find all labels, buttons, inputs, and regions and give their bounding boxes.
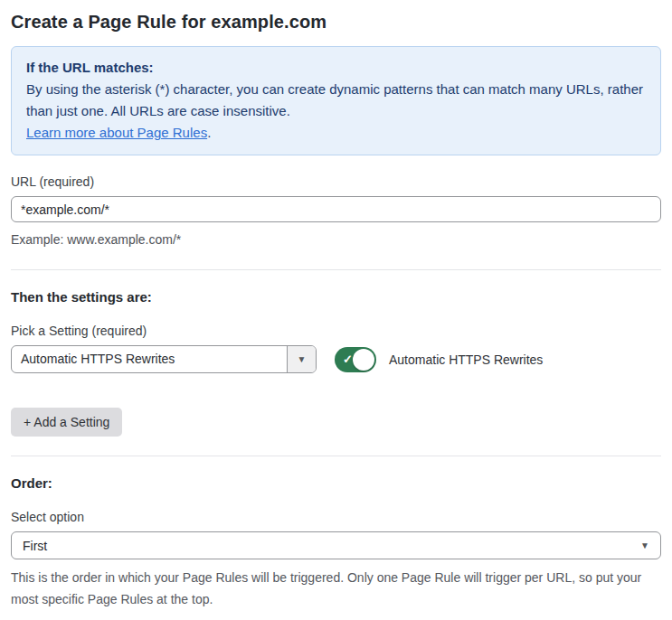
setting-picker-value: Automatic HTTPS Rewrites — [12, 346, 287, 372]
toggle-label: Automatic HTTPS Rewrites — [389, 352, 543, 367]
chevron-down-icon: ▼ — [298, 355, 307, 364]
settings-section-heading: Then the settings are: — [11, 289, 661, 305]
page-title: Create a Page Rule for example.com — [11, 12, 661, 33]
url-match-info-box: If the URL matches: By using the asteris… — [11, 46, 661, 155]
order-select[interactable]: First ▼ — [11, 531, 661, 559]
page-rule-form: Create a Page Rule for example.com If th… — [0, 0, 672, 620]
setting-row: Automatic HTTPS Rewrites ▼ ✓ Automatic H… — [11, 345, 661, 373]
setting-picker-arrow-button[interactable]: ▼ — [287, 346, 316, 372]
order-helper-text: This is the order in which your Page Rul… — [11, 567, 661, 610]
chevron-down-icon: ▼ — [640, 541, 649, 550]
toggle-knob — [353, 349, 374, 371]
order-section-heading: Order: — [11, 475, 661, 491]
order-select-value: First — [23, 539, 47, 553]
url-field-label: URL (required) — [11, 174, 661, 189]
setting-picker-label: Pick a Setting (required) — [11, 324, 661, 338]
url-field-helper: Example: www.example.com/* — [11, 230, 661, 250]
order-select-label: Select option — [11, 510, 661, 524]
link-period: . — [207, 125, 211, 140]
info-box-body-text: By using the asterisk (*) character, you… — [26, 81, 643, 118]
url-input[interactable] — [11, 196, 661, 222]
automatic-https-rewrites-toggle[interactable]: ✓ — [335, 347, 376, 372]
info-box-body: By using the asterisk (*) character, you… — [26, 79, 646, 144]
learn-more-link[interactable]: Learn more about Page Rules — [26, 125, 207, 140]
setting-picker-dropdown[interactable]: Automatic HTTPS Rewrites ▼ — [11, 345, 317, 373]
divider — [11, 456, 661, 456]
divider — [11, 269, 661, 270]
add-setting-button[interactable]: + Add a Setting — [11, 408, 122, 437]
check-icon: ✓ — [343, 352, 353, 366]
info-box-heading: If the URL matches: — [26, 57, 646, 79]
